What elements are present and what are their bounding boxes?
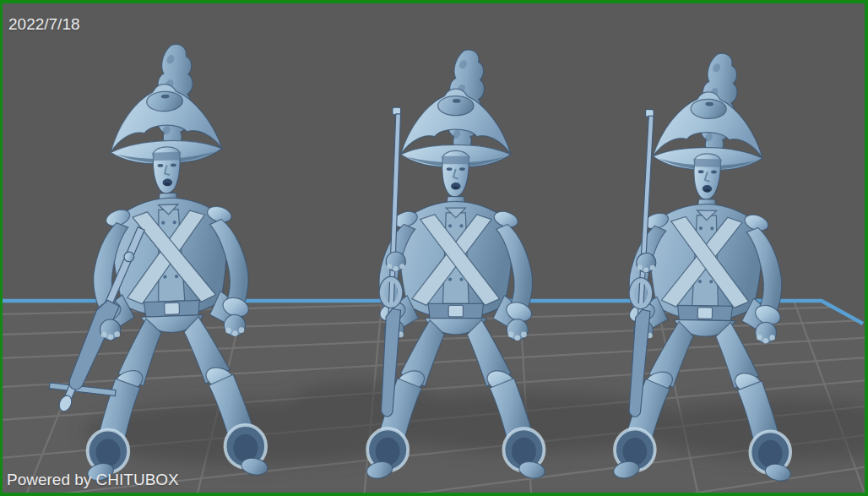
build-date-label: 2022/7/18 <box>8 15 80 34</box>
window-border: 2022/7/18 Powered by CHITUBOX <box>0 0 868 496</box>
chitubox-watermark: Powered by CHITUBOX <box>7 471 179 489</box>
render-scene <box>3 3 865 493</box>
viewer-canvas-3d[interactable]: 2022/7/18 Powered by CHITUBOX <box>3 3 865 493</box>
app-window: 2022/7/18 Powered by CHITUBOX <box>0 0 868 496</box>
